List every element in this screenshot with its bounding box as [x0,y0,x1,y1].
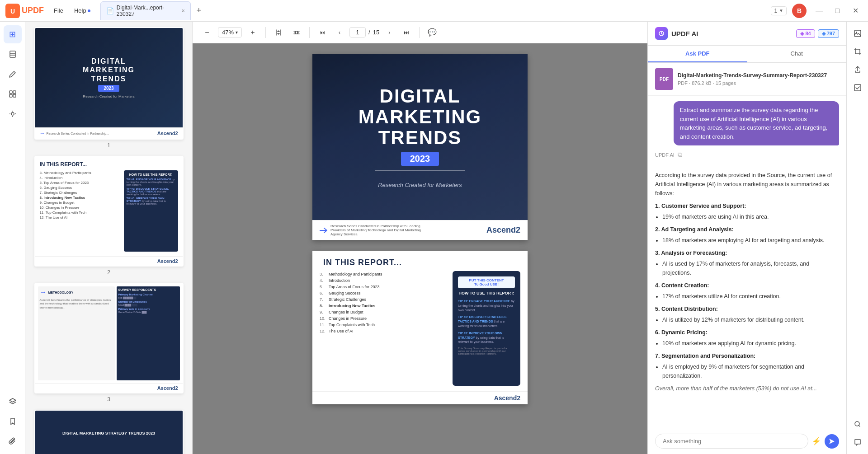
thumbnail-wrapper-1[interactable]: DIGITALMARKETINGTRENDS 2023 Research Cre… [34,27,184,140]
how-to-title: HOW TO USE THIS REPORT: [458,291,515,295]
sidebar-icon-layers[interactable] [4,393,22,411]
thumbnail-wrapper-3[interactable]: → METHODOLOGY Ascend2 benchmarks the per… [34,283,184,393]
updf-logo[interactable]: U UPDF [5,4,44,18]
response-item-4-detail: 17% of marketers utilize AI for content … [662,292,839,301]
fit-height-btn[interactable] [271,25,286,40]
response-item-3-detail: AI is used by 17% of marketers for analy… [662,259,839,277]
pdf-doc-icon: PDF [655,68,673,90]
purple-credit-badge[interactable]: ◈ 84 [796,29,815,38]
thumbnail-item-3[interactable]: → METHODOLOGY Ascend2 benchmarks the per… [31,283,187,403]
page1-arrow-icon: Research Series Conducted in Partnership… [320,224,421,236]
ai-attachment-icon[interactable]: ⚡ [812,437,821,445]
thumbnail-item-4[interactable]: DIGITAL MARKETING STRATEGY TRENDS 2023 4 [31,410,187,454]
minimize-btn[interactable]: — [812,4,826,18]
page1-main-title: DIGITALMARKETINGTRENDS [359,86,481,149]
thumb1-subtitle: Research Created for Marketers [83,94,134,98]
ai-doc-info: PDF Digital-Marketing-Trends-Survey-Summ… [648,63,846,96]
toolbar-sep-1 [265,27,266,38]
main-area: ⊞ DIG [0,22,868,454]
ai-credits: ◈ 84 ◈ 797 [796,29,839,38]
ai-logo-icon [655,27,668,40]
maximize-btn[interactable]: □ [830,4,844,18]
svg-rect-11 [854,84,861,91]
file-menu[interactable]: File [49,5,68,16]
response-item-6-header: 6. Dynamic Pricing: [655,328,839,337]
current-tab[interactable]: 📄 Digital-Mark...eport-230327 × [100,1,191,20]
right-icon-search[interactable] [849,416,866,432]
thumb1-logo: Ascend2 [157,131,178,136]
ai-panel-title: UPDF AI [671,30,698,37]
thumbnail-item-1[interactable]: DIGITALMARKETINGTRENDS 2023 Research Cre… [31,27,187,149]
right-icon-comment[interactable] [849,434,866,450]
prev-page-btn[interactable]: ‹ [332,25,347,40]
thumbnail-wrapper-2[interactable]: IN THIS REPORT... 3. Methodology and Par… [34,156,184,267]
sidebar-icon-attachment[interactable] [4,432,22,450]
ai-title: UPDF AI [655,27,698,40]
zoom-display[interactable]: 47% ▾ [218,27,242,37]
ai-send-btn[interactable] [825,434,839,449]
pdf-page-2: IN THIS REPORT... 3.Methodology and Part… [312,251,528,404]
response-item-7-detail: AI is employed by 9% of marketers for se… [662,362,839,380]
copy-response-icon[interactable]: ⧉ [678,151,690,164]
sidebar-icon-bookmarks-list[interactable] [4,412,22,431]
page1-footer: Research Series Conducted in Partnership… [312,220,528,240]
response-item-5-detail: AI is utilized by 12% of marketers for d… [662,315,839,324]
help-menu[interactable]: Help [70,5,95,16]
response-item-2-detail: 18% of marketers are employing AI for ad… [662,236,839,245]
total-pages: 15 [373,29,379,36]
sidebar-icons: ⊞ [0,22,25,454]
page1-divider [375,170,465,171]
toolbar-sep-3 [419,27,420,38]
thumbnail-item-2[interactable]: IN THIS REPORT... 3. Methodology and Par… [31,156,187,276]
response-item-1-detail: 19% of marketers are using AI in this ar… [662,212,839,221]
menu-items: File Help [49,5,95,16]
next-page-btn[interactable]: › [382,25,396,40]
response-item-2-header: 2. Ad Targeting and Analysis: [655,225,839,234]
right-icon-check[interactable] [849,80,866,96]
titlebar: U UPDF File Help 📄 Digital-Mark...eport-… [0,0,868,22]
close-btn[interactable]: ✕ [848,4,863,18]
comment-btn[interactable]: 💬 [425,25,439,40]
svg-text:U: U [10,8,15,15]
blue-credit-icon: ◈ [822,31,826,37]
sidebar-icon-tools[interactable] [4,105,22,123]
sidebar-icon-organize[interactable] [4,85,22,103]
right-icon-share[interactable] [849,61,866,78]
user-message: Extract and summarize the survey data re… [674,101,839,145]
last-page-btn[interactable]: ⏭ [399,25,414,40]
first-page-btn[interactable]: ⏮ [315,25,330,40]
svg-rect-2 [10,51,15,57]
ai-messages: Extract and summarize the survey data re… [648,96,846,428]
profile-button[interactable]: B [792,4,807,18]
page2-logo: Ascend2 [494,394,520,402]
logo-label: UPDF [22,6,44,15]
page-number-input[interactable] [349,27,366,37]
ai-chat-input[interactable] [655,434,808,449]
notification-dot [88,9,90,12]
tab-chat[interactable]: Chat [747,46,847,62]
thumb2-toc-title: IN THIS REPORT... [40,161,178,168]
chevron-down-icon[interactable]: ▼ [779,8,783,13]
blue-credit-count: 797 [827,31,835,36]
tab-close-btn[interactable]: × [182,8,185,14]
viewer-toolbar: − 47% ▾ + ⏮ ‹ / 15 › ⏭ [193,22,647,43]
page1-subtitle: Research Created for Marketers [378,182,462,188]
thumb1-title: DIGITALMARKETINGTRENDS [83,57,135,83]
thumb1-year: 2023 [98,85,119,92]
thumb2-toc-left: 3. Methodology and Participants 4. Intro… [40,170,120,252]
chevron-down-icon: ▾ [236,30,238,35]
tab-label: Digital-Mark...eport-230327 [117,5,177,17]
zoom-out-btn[interactable]: − [200,25,214,40]
right-icon-image[interactable] [849,25,866,42]
fit-width-btn[interactable] [289,25,304,40]
tab-ask-pdf[interactable]: Ask PDF [648,46,747,62]
thumbnail-wrapper-4[interactable]: DIGITAL MARKETING STRATEGY TRENDS 2023 [34,410,184,454]
sidebar-icon-bookmark[interactable] [4,45,22,63]
zoom-in-btn[interactable]: + [245,25,260,40]
sidebar-icon-annotate[interactable] [4,65,22,83]
pdf-page-1: DIGITALMARKETINGTRENDS 2023 Research Cre… [312,54,528,240]
sidebar-icon-thumbnail[interactable]: ⊞ [4,25,22,43]
right-icon-crop[interactable] [849,43,866,60]
add-tab-btn[interactable]: + [193,5,205,17]
blue-credit-badge[interactable]: ◈ 797 [818,29,839,38]
